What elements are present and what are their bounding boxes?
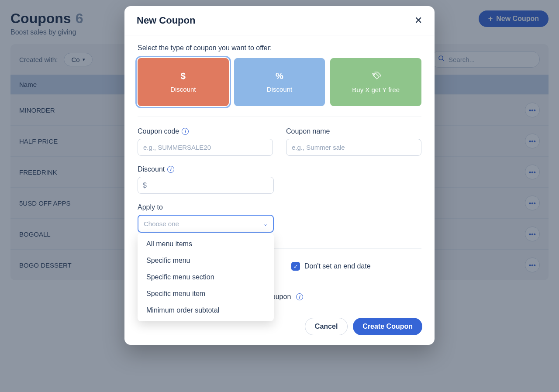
apply-to-option[interactable]: Specific menu — [138, 252, 274, 269]
apply-to-option[interactable]: All menu items — [138, 236, 274, 252]
tags-icon — [370, 71, 382, 82]
new-coupon-modal: New Coupon ✕ Select the type of coupon y… — [124, 6, 435, 345]
apply-to-placeholder: Choose one — [144, 220, 179, 227]
apply-to-select[interactable]: Choose one ⌄ — [138, 215, 274, 233]
type-prompt: Select the type of coupon you want to of… — [138, 44, 421, 52]
coupon-code-label: Coupon code i — [138, 127, 273, 135]
apply-to-label: Apply to — [138, 203, 421, 211]
coupon-name-input[interactable] — [286, 139, 421, 156]
apply-to-option[interactable]: Minimum order subtotal — [138, 302, 274, 319]
info-icon[interactable]: i — [296, 293, 303, 300]
apply-to-option[interactable]: Specific menu item — [138, 285, 274, 302]
coupon-type-bogo[interactable]: Buy X get Y free — [330, 58, 421, 106]
modal-title: New Coupon — [137, 15, 195, 26]
apply-to-dropdown: All menu itemsSpecific menuSpecific menu… — [138, 233, 274, 321]
chevron-down-icon: ⌄ — [263, 221, 268, 227]
no-end-date-checkbox[interactable]: ✓ — [291, 262, 300, 271]
close-icon: ✕ — [414, 15, 422, 26]
percent-label: Discount — [267, 86, 292, 93]
bogo-label: Buy X get Y free — [352, 86, 400, 93]
coupon-type-percent[interactable]: % Discount — [234, 58, 325, 106]
modal-overlay: New Coupon ✕ Select the type of coupon y… — [0, 0, 559, 392]
discount-input[interactable] — [138, 177, 274, 194]
no-end-date-label: Don't set an end date — [304, 262, 371, 270]
coupon-type-dollar[interactable]: $ Discount — [138, 58, 229, 106]
percent-icon: % — [276, 71, 283, 81]
apply-to-option[interactable]: Specific menu section — [138, 269, 274, 285]
currency-prefix: $ — [143, 182, 147, 189]
coupon-code-input[interactable] — [138, 139, 273, 156]
info-icon[interactable]: i — [167, 166, 174, 173]
info-icon[interactable]: i — [182, 128, 189, 135]
coupon-name-label: Coupon name — [286, 127, 421, 135]
dollar-icon: $ — [181, 71, 186, 81]
discount-label: Discount i — [138, 165, 421, 173]
dollar-label: Discount — [170, 86, 196, 93]
svg-point-2 — [373, 74, 374, 75]
close-button[interactable]: ✕ — [414, 16, 422, 25]
cancel-button[interactable]: Cancel — [305, 318, 348, 335]
create-coupon-button[interactable]: Create Coupon — [353, 318, 422, 335]
